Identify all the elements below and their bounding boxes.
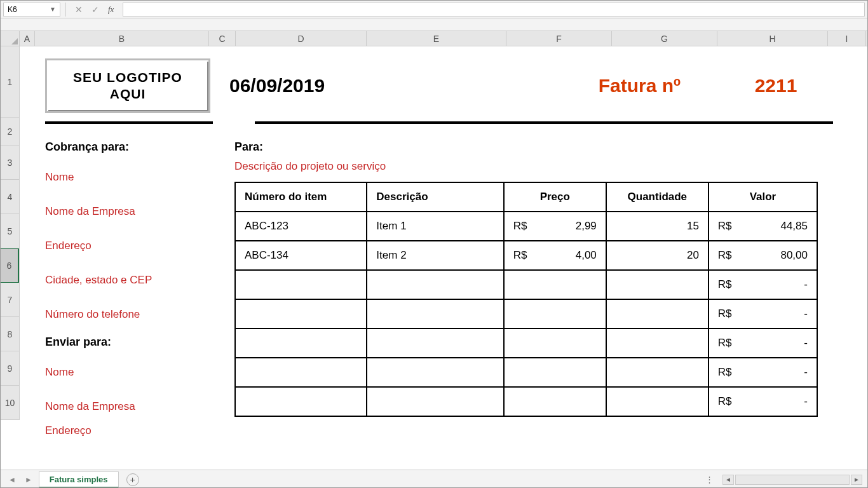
column-header[interactable]: A xyxy=(20,31,35,46)
row-headers: 12345678910 xyxy=(1,46,20,420)
sheet-tab-bar: ◄ ► Fatura simples + ⋮ ◄ ► xyxy=(1,470,867,488)
cell-numero xyxy=(235,358,367,387)
row-header[interactable]: 2 xyxy=(1,118,19,146)
billing-field: Cidade, estado e CEP xyxy=(45,263,234,297)
invoice-date: 06/09/2019 xyxy=(229,75,325,97)
cancel-icon[interactable]: ✕ xyxy=(75,4,83,15)
row-header[interactable]: 3 xyxy=(1,146,19,180)
row-header[interactable]: 10 xyxy=(1,386,19,420)
cell-descricao xyxy=(367,387,503,416)
cell-valor: R$- xyxy=(709,270,817,299)
column-header[interactable]: C xyxy=(209,31,236,46)
row-header[interactable]: 7 xyxy=(1,283,19,317)
cells-area[interactable]: SEU LOGOTIPO AQUI 06/09/2019 Fatura nº 2… xyxy=(20,46,867,470)
cell-qtd xyxy=(606,299,709,329)
fx-icon[interactable]: fx xyxy=(108,4,114,15)
scroll-track[interactable] xyxy=(735,475,850,485)
cell-descricao xyxy=(367,299,503,329)
cell-preco xyxy=(504,329,606,358)
add-sheet-button[interactable]: + xyxy=(126,473,139,486)
for-label: Para: xyxy=(234,140,833,154)
cell-qtd: 15 xyxy=(606,212,709,241)
column-header[interactable]: F xyxy=(506,31,612,46)
formula-input[interactable] xyxy=(123,3,865,17)
billing-field: Endereço xyxy=(45,229,234,263)
cell-qtd xyxy=(606,270,709,299)
column-headers: ABCDEFGHI xyxy=(20,31,867,46)
confirm-icon[interactable]: ✓ xyxy=(92,4,99,15)
billing-field: Nome da Empresa xyxy=(45,194,234,229)
name-box-value: K6 xyxy=(8,5,17,14)
column-header[interactable]: D xyxy=(236,31,367,46)
column-header[interactable]: G xyxy=(612,31,717,46)
cell-qtd xyxy=(606,329,709,358)
cell-valor: R$- xyxy=(709,358,817,387)
cell-preco: R$4,00 xyxy=(504,241,606,270)
cell-numero: ABC-123 xyxy=(235,212,367,241)
table-row: R$- xyxy=(235,270,817,299)
table-row: ABC-134 Item 2 R$4,00 20 R$80,00 xyxy=(235,241,817,270)
billing-field: Número do telefone xyxy=(45,297,234,332)
cell-preco xyxy=(504,270,606,299)
horizontal-scrollbar[interactable]: ◄ ► xyxy=(722,475,862,485)
sheet-nav-prev[interactable]: ◄ xyxy=(6,475,18,484)
select-all-corner[interactable] xyxy=(1,31,20,46)
shipping-field: Endereço xyxy=(45,424,234,438)
row-header[interactable]: 8 xyxy=(1,317,19,351)
cell-preco xyxy=(504,358,606,387)
cell-preco xyxy=(504,299,606,329)
th-preco: Preço xyxy=(504,182,606,212)
formula-buttons: ✕ ✓ fx xyxy=(71,4,118,15)
name-box[interactable]: K6 ▼ xyxy=(3,3,60,17)
row-header[interactable]: 4 xyxy=(1,180,19,214)
divider xyxy=(45,121,213,124)
scroll-right-icon[interactable]: ► xyxy=(851,475,862,485)
cell-numero xyxy=(235,270,367,299)
items-table: Número do item Descrição Preço Quantidad… xyxy=(234,182,818,417)
sheet-nav-next[interactable]: ► xyxy=(22,475,35,484)
cell-preco: R$2,99 xyxy=(504,212,606,241)
cell-numero xyxy=(235,299,367,329)
cell-descricao: Item 2 xyxy=(367,241,503,270)
cell-valor: R$- xyxy=(709,329,817,358)
row-header[interactable]: 5 xyxy=(1,214,19,248)
shipping-field: Nome xyxy=(45,355,234,390)
billing-field: Nome xyxy=(45,160,234,194)
sheet-tab-active[interactable]: Fatura simples xyxy=(39,471,119,488)
column-header[interactable]: H xyxy=(717,31,828,46)
cell-numero: ABC-134 xyxy=(235,241,367,270)
row-header[interactable]: 1 xyxy=(1,46,19,118)
column-header[interactable]: I xyxy=(828,31,866,46)
divider xyxy=(255,121,833,124)
th-valor: Valor xyxy=(709,182,817,212)
row-header[interactable]: 9 xyxy=(1,351,19,386)
cell-numero xyxy=(235,329,367,358)
table-row: R$- xyxy=(235,358,817,387)
billing-label: Cobrança para: xyxy=(45,140,234,154)
grid: 12345678910 ABCDEFGHI SEU LOGOTIPO AQUI … xyxy=(1,31,867,470)
cell-preco xyxy=(504,387,606,416)
cell-descricao: Item 1 xyxy=(367,212,503,241)
chevron-down-icon: ▼ xyxy=(50,6,56,13)
cell-numero xyxy=(235,387,367,416)
cell-descricao xyxy=(367,358,503,387)
scroll-left-icon[interactable]: ◄ xyxy=(722,475,734,485)
th-qtd: Quantidade xyxy=(606,182,709,212)
column-header[interactable]: E xyxy=(367,31,506,46)
tab-divider-icon: ⋮ xyxy=(705,475,715,484)
logo-text-1: SEU LOGOTIPO xyxy=(73,70,182,85)
toolbar-strip xyxy=(1,18,867,31)
column-header[interactable]: B xyxy=(35,31,209,46)
row-header[interactable]: 6 xyxy=(1,248,19,283)
cell-qtd: 20 xyxy=(606,241,709,270)
logo-text-2: AQUI xyxy=(110,86,146,101)
cell-descricao xyxy=(367,329,503,358)
cell-qtd xyxy=(606,387,709,416)
cell-qtd xyxy=(606,358,709,387)
invoice-label: Fatura nº xyxy=(599,75,681,97)
shipping-field: Nome da Empresa xyxy=(45,390,234,424)
shipping-label: Enviar para: xyxy=(45,336,234,349)
table-row: R$- xyxy=(235,329,817,358)
logo-placeholder: SEU LOGOTIPO AQUI xyxy=(45,58,210,113)
formula-bar: K6 ▼ ✕ ✓ fx xyxy=(1,1,867,18)
